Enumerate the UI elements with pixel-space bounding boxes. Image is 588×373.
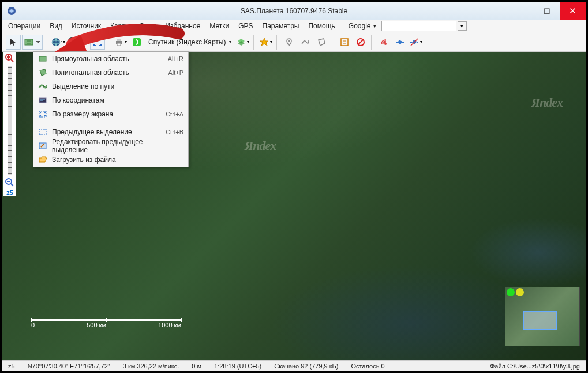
maximize-button[interactable]: ☐	[534, 2, 560, 20]
polygon-tool[interactable]	[314, 35, 329, 50]
manage-marks-tool[interactable]	[337, 35, 352, 50]
svg-rect-32	[39, 98, 46, 103]
minimap-viewport-rect	[523, 311, 557, 330]
annotation-arrow	[46, 16, 185, 56]
minimap[interactable]	[505, 287, 580, 346]
svg-rect-40	[39, 129, 46, 135]
svg-point-37	[44, 112, 46, 113]
prev-select-icon	[38, 127, 47, 137]
search-provider-dropdown[interactable]: Google	[346, 21, 379, 31]
search-group: Google ▾	[346, 21, 467, 31]
favorite-tool[interactable]: ▾	[259, 35, 274, 50]
svg-point-16	[384, 43, 387, 45]
layers-tool[interactable]: ▾	[235, 35, 250, 50]
selection-tool[interactable]	[22, 35, 43, 50]
status-zoom: z5	[5, 363, 18, 370]
svg-rect-19	[402, 42, 404, 43]
watermark: Яndex	[531, 95, 563, 110]
forbid-tool[interactable]	[353, 35, 368, 50]
svg-rect-22	[417, 42, 418, 43]
status-elevation: 0 м	[188, 363, 205, 370]
selection-dropdown-menu: Прямоугольная область Alt+R Полигональна…	[33, 51, 189, 167]
svg-rect-1	[25, 39, 33, 45]
svg-line-15	[358, 40, 363, 44]
dropdown-item-poly[interactable]: Полигональная область Alt+P	[33, 66, 188, 80]
scale-bar: 0 500 км 1000 км	[31, 319, 181, 329]
screen-select-icon	[38, 110, 47, 119]
window-controls: — ☐ ✕	[508, 2, 586, 20]
menu-gps[interactable]: GPS	[235, 21, 256, 31]
menu-placemarks[interactable]: Метки	[206, 21, 233, 31]
scale-label: 1000 км	[158, 322, 181, 329]
svg-rect-18	[396, 42, 398, 43]
menu-operations[interactable]: Операции	[5, 21, 44, 31]
satellite-tool-1[interactable]	[392, 35, 407, 50]
menu-help[interactable]: Помощь	[305, 21, 338, 31]
satellite-tool-2[interactable]: ▾	[409, 35, 424, 50]
coords-select-icon	[38, 96, 47, 105]
status-resolution: 3 км 326,22 м/пикс.	[119, 363, 183, 370]
scale-label: 500 км	[87, 322, 106, 329]
folder-open-icon	[38, 155, 47, 164]
search-input[interactable]	[381, 21, 456, 31]
svg-point-38	[40, 115, 41, 116]
app-icon	[7, 6, 16, 16]
status-time: 1:28:19 (UTC+5)	[211, 363, 265, 370]
search-dropdown-button[interactable]: ▾	[458, 21, 467, 31]
minimize-button[interactable]: —	[508, 2, 534, 20]
edit-select-icon	[38, 141, 47, 150]
menu-settings[interactable]: Параметры	[259, 21, 303, 31]
dropdown-item-load[interactable]: Загрузить из файла	[33, 153, 188, 167]
status-coords: N70°07'30,40" E71°16'57,72"	[24, 363, 114, 370]
svg-line-30	[11, 184, 13, 186]
dropdown-item-edit[interactable]: Редактировать предыдущее выделение	[33, 139, 188, 153]
zoom-panel: z5	[3, 52, 16, 196]
svg-rect-17	[398, 39, 402, 44]
dropdown-item-path[interactable]: Выделение по пути	[33, 80, 188, 93]
scale-label: 0	[31, 322, 35, 329]
svg-line-27	[11, 59, 13, 62]
svg-rect-11	[341, 39, 348, 46]
zoom-out-button[interactable]	[5, 178, 15, 188]
svg-point-39	[44, 115, 46, 116]
watermark: Яndex	[245, 138, 276, 153]
dropdown-separator	[37, 123, 185, 123]
zoom-slider[interactable]	[8, 66, 12, 175]
zoom-level-label: z5	[6, 189, 13, 196]
svg-rect-31	[39, 56, 46, 61]
dropdown-item-screen[interactable]: По размеру экрана Ctrl+A	[33, 107, 188, 121]
status-downloaded: Скачано 92 (779,9 кБ)	[271, 363, 342, 370]
placemark-tool[interactable]	[282, 35, 297, 50]
svg-rect-21	[410, 42, 412, 43]
path-tool[interactable]	[298, 35, 313, 50]
status-file: Файл C:\Use...z5\0\x11\0\y3.jpg	[486, 363, 583, 370]
poly-select-icon	[38, 68, 47, 77]
status-bar: z5 N70°07'30,40" E71°16'57,72" 3 км 326,…	[2, 360, 586, 371]
minimap-sync-icon[interactable]	[507, 288, 515, 296]
svg-point-10	[288, 40, 290, 42]
window-title: SAS.Планета 160707.9476 Stable	[241, 7, 347, 15]
status-remaining: Осталось 0	[347, 363, 388, 370]
dropdown-item-prev[interactable]: Предыдущее выделение Ctrl+B	[33, 125, 188, 139]
svg-point-36	[40, 112, 41, 113]
close-button[interactable]: ✕	[560, 2, 586, 20]
dropdown-item-coords[interactable]: По координатам	[33, 93, 188, 107]
minimap-layer-icon[interactable]	[516, 288, 524, 296]
pointer-tool[interactable]	[6, 35, 21, 50]
zoom-in-button[interactable]	[5, 53, 15, 63]
path-select-icon	[38, 82, 47, 91]
gps-connect-tool[interactable]	[376, 35, 391, 50]
